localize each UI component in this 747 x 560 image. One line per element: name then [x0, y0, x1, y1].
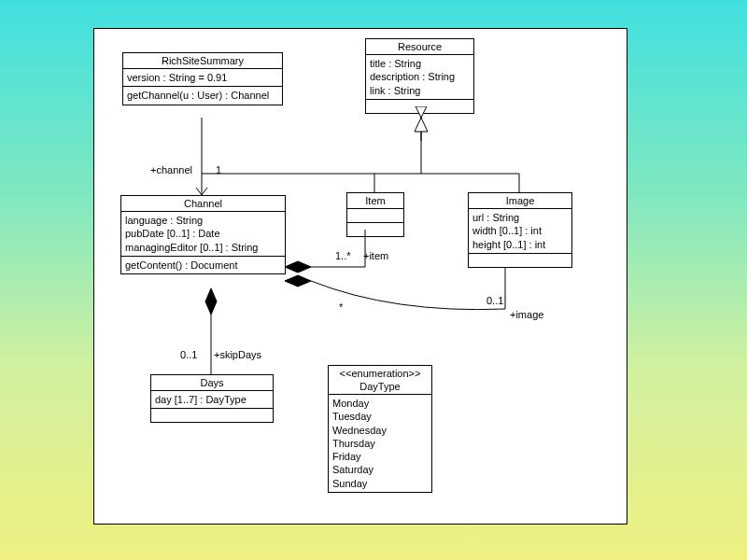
- operations: getChannel(u : User) : Channel: [123, 87, 282, 104]
- attributes: title : String description : String link…: [366, 55, 473, 100]
- literal: Thursday: [332, 437, 428, 450]
- class-name: Resource: [366, 39, 473, 55]
- stereotype-text: <<enumeration>>: [340, 368, 421, 379]
- attribute: url : String: [472, 211, 568, 224]
- attributes: day [1..7] : DayType: [151, 391, 273, 409]
- attributes: [347, 209, 403, 223]
- attributes: version : String = 0.91: [123, 69, 282, 87]
- operations: [469, 254, 571, 267]
- attribute: pubDate [0..1] : Date: [125, 227, 281, 240]
- attribute: day [1..7] : DayType: [155, 393, 269, 406]
- literal: Monday: [332, 397, 428, 410]
- diagram-canvas: RichSiteSummary version : String = 0.91 …: [93, 28, 627, 525]
- operation: getContent() : Document: [125, 259, 281, 272]
- label-image-star: *: [339, 301, 343, 313]
- attribute: version : String = 0.91: [127, 71, 278, 84]
- svg-marker-7: [285, 261, 311, 273]
- svg-marker-9: [205, 288, 217, 315]
- label-skip-mult: 0..1: [180, 349, 197, 360]
- operations: [366, 100, 473, 113]
- attribute: managingEditor [0..1] : String: [125, 241, 281, 254]
- class-name: DayType: [329, 379, 431, 395]
- literal: Saturday: [332, 463, 428, 476]
- literals: Monday Tuesday Wednesday Thursday Friday…: [329, 395, 431, 492]
- class-name: Channel: [121, 196, 285, 212]
- svg-marker-8: [285, 275, 311, 287]
- attributes: url : String width [0..1] : int height […: [469, 209, 571, 254]
- svg-marker-2: [415, 118, 428, 132]
- literal: Wednesday: [332, 424, 428, 437]
- attribute: language : String: [125, 214, 281, 227]
- class-days: Days day [1..7] : DayType: [150, 374, 274, 423]
- attribute: title : String: [370, 57, 470, 70]
- class-name: Item: [347, 193, 403, 209]
- class-channel: Channel language : String pubDate [0..1]…: [120, 195, 286, 274]
- class-name: Image: [469, 193, 571, 209]
- literal: Friday: [332, 450, 428, 463]
- operations: [151, 409, 273, 422]
- class-stereotype: <<enumeration>>: [329, 366, 431, 379]
- attribute: link : String: [370, 84, 470, 97]
- class-richsitesummary: RichSiteSummary version : String = 0.91 …: [122, 52, 283, 105]
- label-item-role: +item: [363, 250, 388, 261]
- label-item-mult: 1..*: [335, 250, 351, 261]
- class-daytype: <<enumeration>> DayType Monday Tuesday W…: [328, 365, 432, 493]
- operations: getContent() : Document: [121, 257, 285, 273]
- class-name: RichSiteSummary: [123, 53, 282, 69]
- attribute: description : String: [370, 70, 470, 83]
- label-channel-mult: 1: [216, 164, 221, 175]
- literal: Tuesday: [332, 410, 428, 423]
- attribute: height [0..1] : int: [472, 238, 568, 251]
- label-image-mult: 0..1: [486, 295, 503, 306]
- operation: getChannel(u : User) : Channel: [127, 89, 278, 102]
- operations: [347, 223, 403, 236]
- class-item: Item: [346, 192, 404, 237]
- label-skip-role: +skipDays: [214, 349, 261, 360]
- class-image: Image url : String width [0..1] : int he…: [468, 192, 572, 268]
- attributes: language : String pubDate [0..1] : Date …: [121, 212, 285, 257]
- class-name: Days: [151, 375, 273, 391]
- class-resource: Resource title : String description : St…: [365, 38, 474, 114]
- literal: Sunday: [332, 477, 428, 490]
- label-channel-role: +channel: [150, 164, 192, 175]
- label-image-role: +image: [510, 309, 543, 320]
- attribute: width [0..1] : int: [472, 224, 568, 237]
